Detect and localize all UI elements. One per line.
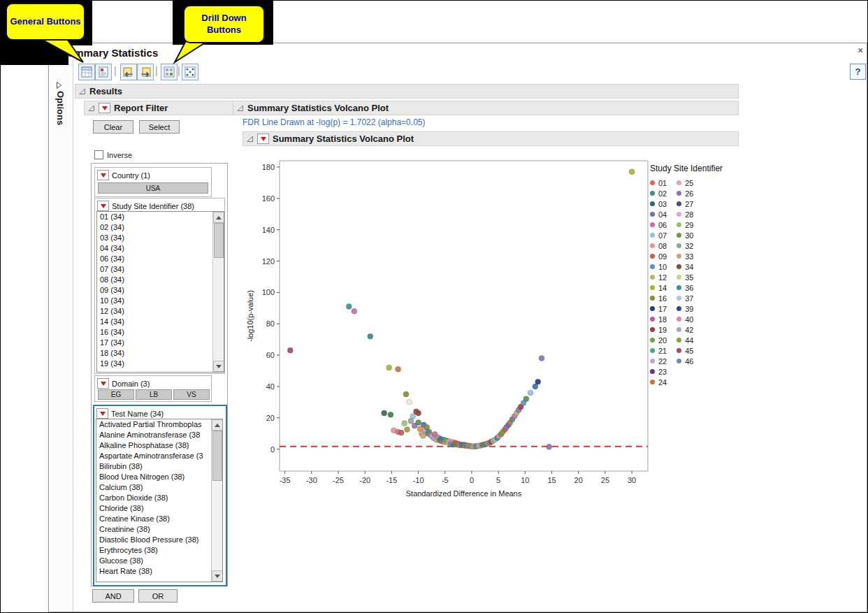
legend-item[interactable]: 36	[677, 282, 693, 293]
study-site-item[interactable]: 19 (34)	[97, 359, 224, 369]
study-site-menu-icon[interactable]	[97, 201, 109, 211]
legend-item[interactable]: 03	[650, 199, 667, 209]
select-button[interactable]: Select	[139, 120, 180, 134]
test-name-item[interactable]: Chloride (38)	[96, 503, 222, 514]
scroll-up-icon[interactable]	[212, 419, 223, 431]
test-name-item[interactable]: Alanine Aminotransferase (38	[96, 430, 222, 440]
legend-item[interactable]: 24	[650, 377, 667, 387]
collapse-icon[interactable]	[79, 88, 86, 95]
legend-item[interactable]: 12	[650, 272, 667, 282]
legend-item[interactable]: 01	[650, 178, 667, 188]
data-point[interactable]	[402, 421, 407, 426]
data-point[interactable]	[388, 412, 393, 417]
scroll-up-icon[interactable]	[213, 212, 224, 223]
data-point[interactable]	[352, 308, 357, 314]
legend-item[interactable]: 39	[677, 303, 693, 314]
legend-item[interactable]: 34	[677, 261, 693, 272]
study-site-scrollbar[interactable]	[212, 212, 224, 372]
legend-item[interactable]: 08	[650, 240, 667, 251]
study-site-item[interactable]: 06 (34)	[97, 254, 224, 264]
volcano-menu-icon[interactable]	[257, 134, 269, 144]
study-site-item[interactable]: 07 (34)	[97, 264, 224, 275]
legend-item[interactable]: 32	[677, 240, 693, 251]
domain-button[interactable]: EG	[98, 389, 134, 400]
domain-button[interactable]: LB	[136, 389, 172, 400]
legend-item[interactable]: 02	[650, 188, 667, 199]
collapse-icon[interactable]	[247, 136, 254, 143]
next-report-icon[interactable]	[137, 64, 154, 80]
legend-item[interactable]: 20	[650, 335, 667, 345]
test-name-item[interactable]: Glucose (38)	[96, 556, 222, 566]
data-point[interactable]	[416, 420, 421, 426]
test-name-item[interactable]: Diastolic Blood Pressure (38)	[96, 535, 222, 545]
help-button[interactable]: ?	[850, 64, 866, 80]
study-site-item[interactable]: 03 (34)	[97, 233, 224, 243]
test-name-item[interactable]: Calcium (38)	[96, 482, 222, 493]
scroll-down-icon[interactable]	[212, 570, 223, 582]
legend-item[interactable]: 21	[650, 345, 667, 356]
country-menu-icon[interactable]	[97, 170, 109, 180]
legend-item[interactable]: 37	[677, 293, 693, 303]
volcano-plot-svg[interactable]: -35-30-25-20-15-10-505101520253002040608…	[239, 152, 672, 501]
test-name-item[interactable]: Bilirubin (38)	[96, 461, 222, 472]
legend-item[interactable]: 42	[677, 324, 693, 335]
study-site-item[interactable]: 16 (34)	[97, 327, 224, 338]
test-name-item[interactable]: Blood Urea Nitrogen (38)	[96, 472, 222, 482]
legend-item[interactable]: 09	[650, 251, 667, 261]
journal-icon[interactable]	[95, 64, 112, 80]
domain-button[interactable]: VS	[173, 389, 210, 400]
legend-item[interactable]: 04	[650, 209, 667, 219]
legend-item[interactable]: 29	[677, 219, 693, 230]
inverse-checkbox[interactable]	[94, 150, 103, 159]
clear-button[interactable]: Clear	[93, 120, 133, 134]
study-site-item[interactable]: 17 (34)	[97, 338, 224, 348]
drill-down-grid-icon[interactable]	[161, 64, 178, 80]
data-point[interactable]	[405, 427, 410, 433]
collapse-icon[interactable]	[237, 105, 244, 112]
data-point[interactable]	[396, 366, 401, 372]
study-site-item[interactable]: 18 (34)	[97, 348, 224, 359]
collapse-icon[interactable]	[88, 105, 95, 112]
data-point[interactable]	[407, 399, 412, 405]
data-point[interactable]	[287, 347, 293, 353]
legend-item[interactable]: 06	[650, 219, 667, 230]
study-site-item[interactable]: 01 (34)	[97, 212, 224, 222]
data-point[interactable]	[398, 430, 404, 435]
data-table-icon[interactable]	[78, 64, 95, 80]
close-icon[interactable]: ×	[854, 44, 867, 57]
legend-item[interactable]: 07	[650, 230, 667, 240]
legend-item[interactable]: 44	[677, 335, 693, 345]
legend-item[interactable]: 45	[677, 345, 693, 356]
legend-item[interactable]: 26	[677, 188, 693, 199]
test-name-item[interactable]: Aspartate Aminotransferase (3	[96, 451, 222, 461]
test-name-item[interactable]: Heart Rate (38)	[96, 566, 222, 577]
data-point[interactable]	[523, 396, 529, 402]
legend-item[interactable]: 46	[677, 356, 693, 366]
test-name-menu-icon[interactable]	[96, 408, 108, 419]
test-name-item[interactable]: Creatine Kinase (38)	[96, 514, 222, 524]
study-site-item[interactable]: 09 (34)	[97, 285, 224, 296]
domain-menu-icon[interactable]	[97, 378, 109, 389]
legend-item[interactable]: 23	[650, 366, 667, 377]
scroll-thumb[interactable]	[212, 431, 222, 481]
data-point[interactable]	[368, 333, 373, 339]
legend-item[interactable]: 30	[677, 230, 693, 240]
study-site-item[interactable]: 02 (34)	[97, 222, 224, 233]
test-name-item[interactable]: Alkaline Phosphatase (38)	[96, 440, 222, 451]
data-point[interactable]	[629, 169, 635, 175]
data-point[interactable]	[386, 365, 392, 370]
report-filter-menu-icon[interactable]	[99, 103, 110, 113]
scroll-down-icon[interactable]	[213, 361, 224, 372]
data-point[interactable]	[539, 356, 544, 361]
test-name-item[interactable]: Carbon Dioxide (38)	[96, 493, 222, 503]
data-point[interactable]	[528, 390, 533, 396]
test-name-item[interactable]: Creatinine (38)	[96, 524, 222, 535]
data-point[interactable]	[346, 304, 352, 310]
legend-item[interactable]: 14	[650, 282, 667, 293]
previous-report-icon[interactable]	[120, 64, 137, 80]
legend-item[interactable]: 18	[650, 314, 667, 324]
or-button[interactable]: OR	[138, 589, 178, 603]
data-point[interactable]	[403, 391, 409, 397]
study-site-item[interactable]: 04 (34)	[97, 243, 224, 254]
country-value-button[interactable]: USA	[98, 182, 208, 194]
